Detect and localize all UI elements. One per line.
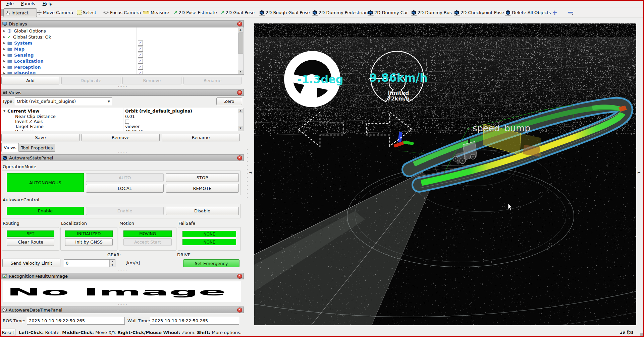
datetime-panel-header[interactable]: AutowareDateTimePanel ✕ bbox=[1, 307, 244, 313]
accept-start-button[interactable]: Accept Start bbox=[123, 238, 172, 246]
expander-icon[interactable]: ▶ bbox=[3, 72, 6, 75]
spin-down-icon[interactable]: ▼ bbox=[110, 263, 115, 267]
scrollbar-thumb[interactable] bbox=[238, 32, 243, 54]
expander-icon[interactable]: ▶ bbox=[3, 54, 6, 57]
tool-delete-all-objects[interactable]: Autoware Delete All Objects bbox=[504, 8, 552, 16]
splitter-handle[interactable]: ······ bbox=[118, 268, 127, 272]
prop-checkbox[interactable] bbox=[125, 120, 129, 124]
close-icon[interactable]: ✕ bbox=[237, 21, 242, 26]
reset-button[interactable]: Reset bbox=[1, 329, 15, 336]
rename-view-button[interactable]: Rename bbox=[162, 134, 240, 141]
menu-help[interactable]: Help bbox=[40, 1, 56, 6]
expander-icon[interactable]: ▶ bbox=[3, 36, 6, 39]
remote-button[interactable]: REMOTE bbox=[166, 184, 239, 193]
set-emergency-button[interactable]: Set Emergency bbox=[183, 259, 239, 267]
menu-file[interactable]: File bbox=[3, 1, 17, 6]
ros-time-field[interactable]: 2023-10-10 16:22:50.265 bbox=[27, 317, 125, 325]
tool-focus-camera[interactable]: Focus Camera bbox=[102, 8, 143, 16]
prop-row-current-view[interactable]: ▼ Current View Orbit (rviz_default_plugi… bbox=[1, 109, 244, 114]
velocity-spinbox[interactable]: 0 ▲▼ bbox=[64, 259, 115, 267]
expander-icon[interactable]: ▶ bbox=[3, 66, 6, 69]
tree-row-localization[interactable]: ▶ Localization ✓ bbox=[1, 58, 244, 64]
tool-2d-dummy-car[interactable]: Autoware 2D Dummy Car bbox=[366, 8, 410, 16]
recognition-panel-header[interactable]: RecognitionResultOnImage ✕ bbox=[1, 273, 244, 279]
enable-active-button[interactable]: Enable bbox=[7, 207, 84, 215]
prop-row[interactable]: Invert Z Axis bbox=[1, 119, 244, 124]
view-type-combobox[interactable]: Orbit (rviz_default_plugins) ▼ bbox=[15, 97, 112, 105]
close-icon[interactable]: ✕ bbox=[237, 155, 242, 160]
views-scrollbar[interactable]: ▲ ▼ bbox=[238, 109, 243, 131]
row-checkbox[interactable]: ✓ bbox=[138, 41, 143, 46]
tool-2d-goal-pose[interactable]: ↗ 2D Goal Pose bbox=[219, 8, 256, 16]
tool-2d-dummy-bus[interactable]: Autoware 2D Dummy Bus bbox=[410, 8, 453, 16]
panel-splitter-grip[interactable] bbox=[247, 147, 248, 201]
spin-up-icon[interactable]: ▲ bbox=[110, 260, 115, 263]
spinbox-arrows[interactable]: ▲▼ bbox=[109, 260, 115, 267]
prop-row[interactable]: Target Frame viewer bbox=[1, 124, 244, 129]
displays-tree[interactable]: ▶ Global Options ▶ ✓ Global Status: Ok ▶… bbox=[1, 27, 244, 75]
remove-view-button[interactable]: Remove bbox=[82, 134, 160, 141]
close-icon[interactable]: ✕ bbox=[237, 274, 242, 279]
row-checkbox[interactable]: ✓ bbox=[138, 65, 143, 70]
tool-measure[interactable]: Measure bbox=[141, 8, 171, 16]
expander-icon[interactable]: ▼ bbox=[3, 110, 6, 113]
duplicate-button[interactable]: Duplicate bbox=[61, 77, 120, 84]
splitter-handle[interactable]: ······ bbox=[118, 150, 127, 154]
autonomous-button[interactable]: AUTONOMOUS bbox=[7, 173, 84, 192]
collapse-left-icon[interactable]: ◄ bbox=[249, 170, 252, 175]
splitter-handle[interactable]: ······ bbox=[118, 85, 127, 88]
stop-button[interactable]: STOP bbox=[166, 173, 239, 182]
row-checkbox[interactable]: ✓ bbox=[138, 71, 143, 75]
3d-viewport[interactable]: -1.3deg 9.86km/h limited 72km/h speed_bu… bbox=[254, 23, 636, 325]
scroll-up-icon[interactable]: ▲ bbox=[238, 28, 243, 32]
close-icon[interactable]: ✕ bbox=[237, 308, 242, 313]
auto-button[interactable]: AUTO bbox=[86, 173, 164, 182]
expand-right-icon[interactable]: ► bbox=[638, 170, 640, 175]
resize-grip[interactable] bbox=[640, 333, 643, 336]
zero-button[interactable]: Zero bbox=[216, 97, 242, 105]
rename-button[interactable]: Rename bbox=[183, 77, 241, 84]
row-checkbox[interactable]: ✓ bbox=[138, 53, 143, 58]
expander-icon[interactable]: ▶ bbox=[3, 29, 6, 32]
wall-time-field[interactable]: 2023-10-10 16:22:50.265 bbox=[150, 317, 239, 325]
scroll-down-icon[interactable]: ▼ bbox=[238, 70, 243, 74]
expander-icon[interactable]: ▶ bbox=[3, 60, 6, 63]
row-checkbox[interactable]: ✓ bbox=[138, 59, 143, 64]
toolbar-grip[interactable] bbox=[1, 9, 3, 16]
disable-button[interactable]: Disable bbox=[166, 207, 239, 215]
tree-row-planning[interactable]: ▶ Planning ✓ bbox=[1, 70, 244, 75]
local-button[interactable]: LOCAL bbox=[86, 184, 164, 193]
tool-interact[interactable]: Interact bbox=[3, 8, 37, 17]
autoware-state-panel-header[interactable]: Autoware AutowareStatePanel ✕ bbox=[1, 154, 244, 161]
tab-views[interactable]: Views bbox=[1, 143, 19, 152]
remove-tool-button[interactable]: ▾ bbox=[567, 8, 575, 16]
scroll-down-icon[interactable]: ▼ bbox=[238, 126, 243, 131]
tool-2d-checkpoint-pose[interactable]: Autoware 2D Checkpoint Pose bbox=[452, 8, 506, 16]
tool-move-camera[interactable]: Move Camera bbox=[35, 8, 75, 16]
close-icon[interactable]: ✕ bbox=[237, 90, 242, 95]
tab-tool-properties[interactable]: Tool Properties bbox=[19, 144, 55, 152]
menu-panels[interactable]: Panels bbox=[18, 1, 38, 6]
expander-icon[interactable]: ▶ bbox=[3, 48, 6, 51]
tree-row-map[interactable]: ▶ Map ✓ bbox=[1, 46, 244, 52]
tool-2d-pose-estimate[interactable]: ↗ 2D Pose Estimate bbox=[172, 8, 219, 16]
splitter-handle[interactable]: ······ bbox=[118, 302, 127, 306]
send-velocity-limit-button[interactable]: Send Velocity Limit bbox=[2, 259, 60, 267]
save-button[interactable]: Save bbox=[1, 134, 79, 141]
prop-row[interactable]: Distance 40.8676 bbox=[1, 129, 244, 131]
tool-2d-rough-goal-pose[interactable]: Autoware 2D Rough Goal Pose bbox=[258, 8, 312, 16]
row-checkbox[interactable]: ✓ bbox=[138, 47, 143, 52]
prop-row[interactable]: Near Clip Distance 0.01 bbox=[1, 114, 244, 119]
scroll-up-icon[interactable]: ▲ bbox=[238, 109, 243, 113]
displays-panel-header[interactable]: Displays ✕ bbox=[1, 20, 244, 27]
view-properties-tree[interactable]: ▼ Current View Orbit (rviz_default_plugi… bbox=[1, 108, 244, 131]
tree-row-system[interactable]: ▶ System ✓ bbox=[1, 40, 244, 46]
tree-row-perception[interactable]: ▶ Perception ✓ bbox=[1, 64, 244, 70]
tool-2d-dummy-pedestrian[interactable]: Autoware 2D Dummy Pedestrian bbox=[311, 8, 369, 16]
clear-route-button[interactable]: Clear Route bbox=[7, 238, 54, 246]
displays-scrollbar[interactable]: ▲ ▼ bbox=[238, 28, 243, 74]
tree-row-global-status[interactable]: ▶ ✓ Global Status: Ok bbox=[1, 34, 244, 40]
tree-row-sensing[interactable]: ▶ Sensing ✓ bbox=[1, 52, 244, 58]
tool-select[interactable]: Select bbox=[75, 8, 98, 16]
add-button[interactable]: Add bbox=[1, 77, 59, 84]
